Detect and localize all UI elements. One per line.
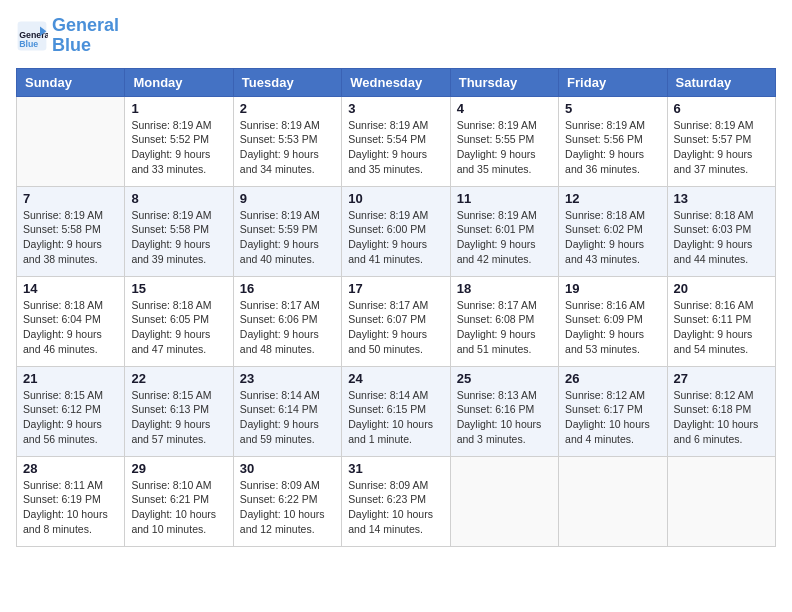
calendar-week-row: 14Sunrise: 8:18 AMSunset: 6:04 PMDayligh… [17,276,776,366]
day-number: 21 [23,371,118,386]
calendar-week-row: 7Sunrise: 8:19 AMSunset: 5:58 PMDaylight… [17,186,776,276]
page-header: General Blue GeneralBlue [16,16,776,56]
day-number: 16 [240,281,335,296]
day-number: 22 [131,371,226,386]
day-number: 24 [348,371,443,386]
day-info: Sunrise: 8:09 AMSunset: 6:22 PMDaylight:… [240,478,335,537]
calendar-cell: 10Sunrise: 8:19 AMSunset: 6:00 PMDayligh… [342,186,450,276]
calendar-week-row: 21Sunrise: 8:15 AMSunset: 6:12 PMDayligh… [17,366,776,456]
day-info: Sunrise: 8:19 AMSunset: 5:58 PMDaylight:… [131,208,226,267]
day-number: 27 [674,371,769,386]
calendar-cell [17,96,125,186]
calendar-week-row: 28Sunrise: 8:11 AMSunset: 6:19 PMDayligh… [17,456,776,546]
day-info: Sunrise: 8:19 AMSunset: 5:59 PMDaylight:… [240,208,335,267]
day-info: Sunrise: 8:15 AMSunset: 6:13 PMDaylight:… [131,388,226,447]
day-info: Sunrise: 8:18 AMSunset: 6:02 PMDaylight:… [565,208,660,267]
day-info: Sunrise: 8:16 AMSunset: 6:09 PMDaylight:… [565,298,660,357]
svg-text:Blue: Blue [19,39,38,49]
calendar-cell [559,456,667,546]
day-number: 3 [348,101,443,116]
calendar-cell: 30Sunrise: 8:09 AMSunset: 6:22 PMDayligh… [233,456,341,546]
day-info: Sunrise: 8:19 AMSunset: 5:57 PMDaylight:… [674,118,769,177]
calendar-cell: 27Sunrise: 8:12 AMSunset: 6:18 PMDayligh… [667,366,775,456]
day-info: Sunrise: 8:19 AMSunset: 6:01 PMDaylight:… [457,208,552,267]
calendar-cell: 2Sunrise: 8:19 AMSunset: 5:53 PMDaylight… [233,96,341,186]
day-info: Sunrise: 8:14 AMSunset: 6:15 PMDaylight:… [348,388,443,447]
day-number: 23 [240,371,335,386]
calendar-cell: 28Sunrise: 8:11 AMSunset: 6:19 PMDayligh… [17,456,125,546]
day-info: Sunrise: 8:16 AMSunset: 6:11 PMDaylight:… [674,298,769,357]
day-info: Sunrise: 8:17 AMSunset: 6:07 PMDaylight:… [348,298,443,357]
calendar-cell [667,456,775,546]
day-number: 4 [457,101,552,116]
calendar-cell: 7Sunrise: 8:19 AMSunset: 5:58 PMDaylight… [17,186,125,276]
day-info: Sunrise: 8:19 AMSunset: 5:54 PMDaylight:… [348,118,443,177]
calendar-cell: 19Sunrise: 8:16 AMSunset: 6:09 PMDayligh… [559,276,667,366]
day-number: 26 [565,371,660,386]
calendar-cell: 17Sunrise: 8:17 AMSunset: 6:07 PMDayligh… [342,276,450,366]
col-header-saturday: Saturday [667,68,775,96]
day-info: Sunrise: 8:18 AMSunset: 6:05 PMDaylight:… [131,298,226,357]
day-info: Sunrise: 8:19 AMSunset: 5:58 PMDaylight:… [23,208,118,267]
col-header-monday: Monday [125,68,233,96]
calendar-cell: 3Sunrise: 8:19 AMSunset: 5:54 PMDaylight… [342,96,450,186]
day-number: 5 [565,101,660,116]
logo-icon: General Blue [16,20,48,52]
day-number: 30 [240,461,335,476]
day-info: Sunrise: 8:12 AMSunset: 6:17 PMDaylight:… [565,388,660,447]
calendar-cell: 21Sunrise: 8:15 AMSunset: 6:12 PMDayligh… [17,366,125,456]
day-number: 11 [457,191,552,206]
day-number: 28 [23,461,118,476]
day-info: Sunrise: 8:18 AMSunset: 6:04 PMDaylight:… [23,298,118,357]
day-info: Sunrise: 8:11 AMSunset: 6:19 PMDaylight:… [23,478,118,537]
day-info: Sunrise: 8:19 AMSunset: 5:53 PMDaylight:… [240,118,335,177]
day-info: Sunrise: 8:12 AMSunset: 6:18 PMDaylight:… [674,388,769,447]
day-info: Sunrise: 8:19 AMSunset: 5:52 PMDaylight:… [131,118,226,177]
calendar-cell: 26Sunrise: 8:12 AMSunset: 6:17 PMDayligh… [559,366,667,456]
col-header-friday: Friday [559,68,667,96]
day-number: 31 [348,461,443,476]
calendar-cell [450,456,558,546]
calendar-cell: 23Sunrise: 8:14 AMSunset: 6:14 PMDayligh… [233,366,341,456]
calendar-cell: 31Sunrise: 8:09 AMSunset: 6:23 PMDayligh… [342,456,450,546]
calendar-cell: 12Sunrise: 8:18 AMSunset: 6:02 PMDayligh… [559,186,667,276]
calendar-cell: 4Sunrise: 8:19 AMSunset: 5:55 PMDaylight… [450,96,558,186]
calendar-cell: 16Sunrise: 8:17 AMSunset: 6:06 PMDayligh… [233,276,341,366]
logo: General Blue GeneralBlue [16,16,119,56]
day-number: 8 [131,191,226,206]
day-number: 13 [674,191,769,206]
logo-text: GeneralBlue [52,16,119,56]
calendar-cell: 29Sunrise: 8:10 AMSunset: 6:21 PMDayligh… [125,456,233,546]
calendar-cell: 25Sunrise: 8:13 AMSunset: 6:16 PMDayligh… [450,366,558,456]
day-info: Sunrise: 8:17 AMSunset: 6:06 PMDaylight:… [240,298,335,357]
day-number: 19 [565,281,660,296]
calendar-cell: 1Sunrise: 8:19 AMSunset: 5:52 PMDaylight… [125,96,233,186]
day-number: 20 [674,281,769,296]
day-info: Sunrise: 8:15 AMSunset: 6:12 PMDaylight:… [23,388,118,447]
day-number: 25 [457,371,552,386]
col-header-tuesday: Tuesday [233,68,341,96]
calendar-cell: 14Sunrise: 8:18 AMSunset: 6:04 PMDayligh… [17,276,125,366]
day-info: Sunrise: 8:19 AMSunset: 5:56 PMDaylight:… [565,118,660,177]
day-info: Sunrise: 8:19 AMSunset: 5:55 PMDaylight:… [457,118,552,177]
day-number: 14 [23,281,118,296]
day-info: Sunrise: 8:13 AMSunset: 6:16 PMDaylight:… [457,388,552,447]
day-number: 6 [674,101,769,116]
calendar-table: SundayMondayTuesdayWednesdayThursdayFrid… [16,68,776,547]
day-number: 17 [348,281,443,296]
calendar-cell: 22Sunrise: 8:15 AMSunset: 6:13 PMDayligh… [125,366,233,456]
day-number: 18 [457,281,552,296]
calendar-cell: 18Sunrise: 8:17 AMSunset: 6:08 PMDayligh… [450,276,558,366]
col-header-sunday: Sunday [17,68,125,96]
calendar-cell: 9Sunrise: 8:19 AMSunset: 5:59 PMDaylight… [233,186,341,276]
day-number: 29 [131,461,226,476]
calendar-header-row: SundayMondayTuesdayWednesdayThursdayFrid… [17,68,776,96]
calendar-cell: 13Sunrise: 8:18 AMSunset: 6:03 PMDayligh… [667,186,775,276]
calendar-cell: 5Sunrise: 8:19 AMSunset: 5:56 PMDaylight… [559,96,667,186]
col-header-thursday: Thursday [450,68,558,96]
day-number: 1 [131,101,226,116]
day-info: Sunrise: 8:14 AMSunset: 6:14 PMDaylight:… [240,388,335,447]
calendar-cell: 11Sunrise: 8:19 AMSunset: 6:01 PMDayligh… [450,186,558,276]
day-number: 15 [131,281,226,296]
calendar-cell: 8Sunrise: 8:19 AMSunset: 5:58 PMDaylight… [125,186,233,276]
